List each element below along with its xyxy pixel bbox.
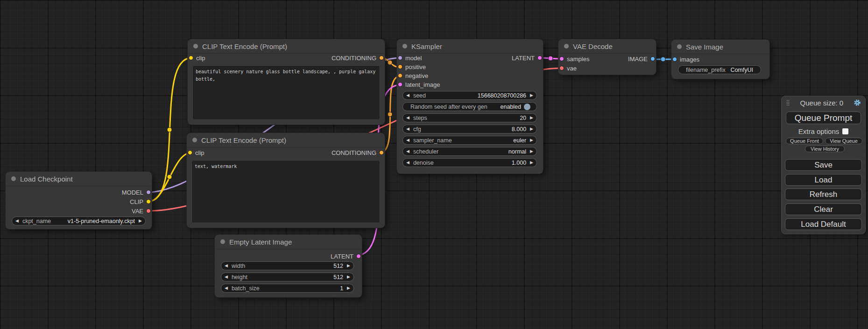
node-title: Load Checkpoint — [20, 175, 73, 183]
load-default-button[interactable]: Load Default — [785, 218, 862, 230]
collapse-dot-icon[interactable] — [402, 44, 407, 49]
vae-output-dot[interactable] — [146, 209, 151, 213]
node-title-bar[interactable]: Load Checkpoint — [6, 172, 152, 186]
collapse-dot-icon[interactable] — [677, 44, 682, 49]
link-midpoint-dot[interactable] — [388, 60, 392, 65]
queue-prompt-button[interactable]: Queue Prompt — [786, 112, 861, 124]
latent-output-dot[interactable] — [356, 254, 361, 259]
positive-input-dot[interactable] — [398, 64, 402, 69]
conditioning-output-dot[interactable] — [379, 56, 384, 60]
conditioning-output-dot[interactable] — [379, 150, 384, 155]
node-title-bar[interactable]: Save Image — [671, 40, 769, 54]
increment-arrow-icon[interactable]: ▶ — [347, 275, 350, 279]
increment-arrow-icon[interactable]: ▶ — [530, 116, 533, 120]
decrement-arrow-icon[interactable]: ◀ — [225, 286, 228, 290]
model-output-dot[interactable] — [146, 190, 151, 195]
increment-arrow-icon[interactable]: ▶ — [347, 264, 350, 268]
toggle-knob-icon[interactable] — [524, 104, 530, 110]
batch-size-number-widget[interactable]: ◀ batch_size 1 ▶ — [221, 284, 354, 293]
drag-handle-icon[interactable]: ⣿ — [786, 100, 790, 105]
model-input-dot[interactable] — [398, 56, 402, 60]
refresh-button[interactable]: Refresh — [785, 189, 862, 200]
images-input-dot[interactable] — [672, 57, 677, 62]
node-title-bar[interactable]: Empty Latent Image — [215, 235, 362, 249]
collapse-dot-icon[interactable] — [11, 176, 16, 181]
node-title-bar[interactable]: CLIP Text Encode (Prompt) — [188, 39, 385, 54]
collapse-dot-icon[interactable] — [564, 44, 569, 49]
decrement-arrow-icon[interactable]: ◀ — [406, 127, 409, 131]
decrement-arrow-icon[interactable]: ◀ — [15, 219, 19, 223]
decrement-arrow-icon[interactable]: ◀ — [406, 116, 409, 120]
node-title-bar[interactable]: KSampler — [397, 39, 543, 54]
scheduler-combo-widget[interactable]: ◀ scheduler normal ▶ — [402, 147, 537, 156]
link-midpoint-dot[interactable] — [167, 127, 172, 132]
cfg-number-widget[interactable]: ◀ cfg 8.000 ▶ — [402, 125, 537, 133]
node-load-checkpoint[interactable]: Load Checkpoint MODEL CLIP VAE ◀ ckpt_na… — [6, 172, 152, 229]
increment-arrow-icon[interactable]: ▶ — [530, 149, 533, 154]
steps-number-widget[interactable]: ◀ steps 20 ▶ — [402, 113, 537, 122]
node-title-bar[interactable]: CLIP Text Encode (Prompt) — [187, 133, 385, 147]
seed-number-widget[interactable]: ◀ seed 156680208700286 ▶ — [402, 91, 537, 100]
latent-output-dot[interactable] — [537, 56, 542, 60]
image-output-dot[interactable] — [650, 56, 655, 61]
decrement-arrow-icon[interactable]: ◀ — [406, 161, 409, 165]
link-midpoint-dot[interactable] — [548, 56, 553, 61]
clear-button[interactable]: Clear — [785, 203, 862, 215]
decrement-arrow-icon[interactable]: ◀ — [406, 149, 409, 154]
extra-options-checkbox[interactable] — [842, 128, 848, 134]
increment-arrow-icon[interactable]: ▶ — [530, 138, 533, 142]
decrement-arrow-icon[interactable]: ◀ — [225, 275, 228, 279]
increment-arrow-icon[interactable]: ▶ — [530, 93, 533, 98]
output-label: IMAGE — [628, 56, 648, 63]
increment-arrow-icon[interactable]: ▶ — [530, 127, 533, 131]
output-slot-conditioning: CONDITIONING — [332, 149, 384, 156]
denoise-number-widget[interactable]: ◀ denoise 1.000 ▶ — [402, 158, 537, 167]
widget-value: 156680208700286 — [478, 92, 526, 99]
node-clip-text-encode-positive[interactable]: CLIP Text Encode (Prompt) clip CONDITION… — [188, 39, 385, 125]
widget-label: cfg — [413, 126, 421, 133]
settings-gear-icon[interactable] — [854, 99, 861, 106]
height-number-widget[interactable]: ◀ height 512 ▶ — [221, 273, 354, 281]
node-title-bar[interactable]: VAE Decode — [558, 39, 656, 54]
ckpt-name-combo-widget[interactable]: ◀ ckpt_name v1-5-pruned-emaonly.ckpt ▶ — [12, 217, 146, 225]
filename-prefix-text-widget[interactable]: filename_prefix ComfyUI — [678, 65, 761, 74]
view-queue-button[interactable]: View Queue — [825, 138, 862, 144]
node-save-image[interactable]: Save Image images filename_prefix ComfyU… — [671, 40, 769, 79]
negative-input-dot[interactable] — [398, 73, 402, 78]
decrement-arrow-icon[interactable]: ◀ — [406, 93, 409, 98]
save-button[interactable]: Save — [785, 159, 862, 171]
prompt-textarea[interactable]: text, watermark — [191, 160, 380, 223]
increment-arrow-icon[interactable]: ▶ — [530, 161, 533, 165]
node-ksampler[interactable]: KSampler model positive negative latent_… — [397, 39, 543, 174]
decrement-arrow-icon[interactable]: ◀ — [406, 138, 409, 142]
view-history-button[interactable]: View History — [805, 146, 845, 152]
random-seed-toggle-widget[interactable]: Random seed after every gen enabled — [402, 102, 537, 111]
collapse-dot-icon[interactable] — [193, 44, 198, 49]
node-clip-text-encode-negative[interactable]: CLIP Text Encode (Prompt) clip CONDITION… — [187, 133, 385, 228]
node-graph-canvas[interactable]: Load Checkpoint MODEL CLIP VAE ◀ ckpt_na… — [0, 0, 868, 329]
node-empty-latent-image[interactable]: Empty Latent Image LATENT ◀ width 512 ▶ … — [215, 235, 362, 297]
widget-label: width — [232, 263, 245, 269]
width-number-widget[interactable]: ◀ width 512 ▶ — [221, 261, 354, 270]
collapse-dot-icon[interactable] — [192, 138, 197, 142]
node-title: Empty Latent Image — [229, 238, 292, 246]
link-midpoint-dot[interactable] — [661, 57, 665, 62]
decrement-arrow-icon[interactable]: ◀ — [225, 264, 228, 268]
latent-image-input-dot[interactable] — [398, 82, 402, 87]
link-midpoint-dot[interactable] — [167, 175, 172, 179]
collapse-dot-icon[interactable] — [220, 239, 225, 244]
clip-output-dot[interactable] — [146, 199, 151, 204]
vae-input-dot[interactable] — [559, 66, 564, 70]
load-button[interactable]: Load — [785, 174, 862, 186]
clip-input-dot[interactable] — [188, 150, 192, 155]
samples-input-dot[interactable] — [559, 56, 564, 61]
link-midpoint-dot[interactable] — [388, 112, 392, 117]
node-vae-decode[interactable]: VAE Decode samples vae IMAGE — [558, 39, 656, 75]
queue-front-button[interactable]: Queue Front — [786, 138, 823, 144]
increment-arrow-icon[interactable]: ▶ — [347, 286, 350, 290]
clip-input-dot[interactable] — [189, 56, 193, 60]
sampler-name-combo-widget[interactable]: ◀ sampler_name euler ▶ — [402, 136, 537, 145]
increment-arrow-icon[interactable]: ▶ — [139, 219, 142, 223]
widget-value: euler — [513, 137, 526, 144]
prompt-textarea[interactable]: beautiful scenery nature glass bottle la… — [192, 65, 380, 120]
